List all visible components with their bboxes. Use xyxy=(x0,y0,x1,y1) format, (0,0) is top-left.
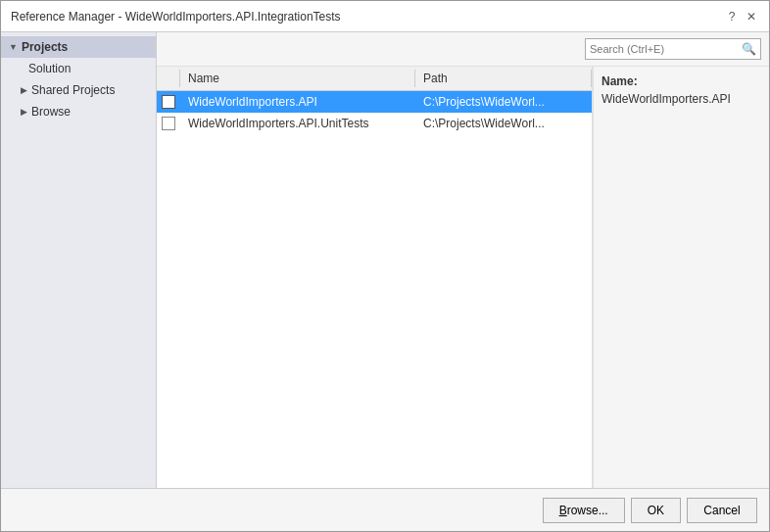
dialog-title: Reference Manager - WideWorldImporters.A… xyxy=(11,10,341,24)
list-area: Name Path ✓ WideWorldImporters.API C:\Pr… xyxy=(157,67,769,488)
search-input[interactable] xyxy=(590,43,738,55)
details-panel: Name: WideWorldImporters.API xyxy=(593,67,769,488)
sidebar-shared-label: Shared Projects xyxy=(31,83,115,97)
sidebar-item-solution[interactable]: Solution xyxy=(1,58,156,79)
expand-arrow-browse-icon: ▶ xyxy=(21,107,27,117)
footer: Browse... OK Cancel xyxy=(1,488,769,531)
sidebar-item-browse[interactable]: ▶ Browse xyxy=(1,101,156,122)
expand-arrow-shared-icon: ▶ xyxy=(21,85,27,95)
title-bar-buttons: ? ✕ xyxy=(724,9,759,24)
row-checkbox-1[interactable]: ✓ xyxy=(157,95,180,109)
checkbox-checked-icon: ✓ xyxy=(162,95,175,109)
main-area: 🔍 Name Path ✓ W xyxy=(157,32,769,488)
sidebar-item-projects[interactable]: ▼ Projects xyxy=(1,36,156,58)
table-row[interactable]: WideWorldImporters.API.UnitTests C:\Proj… xyxy=(157,113,592,134)
toolbar: 🔍 xyxy=(157,32,769,67)
sidebar-browse-label: Browse xyxy=(31,105,71,119)
details-name-label: Name: xyxy=(602,74,761,88)
browse-underline-icon: B xyxy=(559,504,567,517)
project-list: Name Path ✓ WideWorldImporters.API C:\Pr… xyxy=(157,67,593,488)
search-box[interactable]: 🔍 xyxy=(585,38,761,60)
row-path-1: C:\Projects\WideWorl... xyxy=(415,93,592,111)
header-checkbox xyxy=(157,70,180,87)
sidebar: ▼ Projects Solution ▶ Shared Projects ▶ … xyxy=(1,32,157,488)
close-button[interactable]: ✕ xyxy=(744,9,759,24)
details-name-value: WideWorldImporters.API xyxy=(602,92,761,106)
help-button[interactable]: ? xyxy=(724,9,740,24)
header-name: Name xyxy=(180,70,415,87)
reference-manager-dialog: Reference Manager - WideWorldImporters.A… xyxy=(0,0,770,532)
header-path: Path xyxy=(415,70,592,87)
table-row[interactable]: ✓ WideWorldImporters.API C:\Projects\Wid… xyxy=(157,91,592,113)
row-path-2: C:\Projects\WideWorl... xyxy=(415,115,592,132)
sidebar-item-shared-projects[interactable]: ▶ Shared Projects xyxy=(1,79,156,101)
checkbox-unchecked-icon xyxy=(162,117,175,130)
collapse-arrow-icon: ▼ xyxy=(9,42,18,52)
ok-button[interactable]: OK xyxy=(631,498,681,523)
cancel-button[interactable]: Cancel xyxy=(687,498,757,523)
content-area: ▼ Projects Solution ▶ Shared Projects ▶ … xyxy=(1,32,769,488)
row-checkbox-2[interactable] xyxy=(157,117,180,130)
sidebar-solution-label: Solution xyxy=(28,62,71,75)
list-header: Name Path xyxy=(157,67,592,91)
search-icon: 🔍 xyxy=(742,42,756,56)
sidebar-projects-label: Projects xyxy=(22,40,68,54)
browse-button[interactable]: Browse... xyxy=(543,498,625,523)
row-name-2: WideWorldImporters.API.UnitTests xyxy=(180,115,415,132)
row-name-1: WideWorldImporters.API xyxy=(180,93,415,111)
title-bar: Reference Manager - WideWorldImporters.A… xyxy=(1,1,769,32)
